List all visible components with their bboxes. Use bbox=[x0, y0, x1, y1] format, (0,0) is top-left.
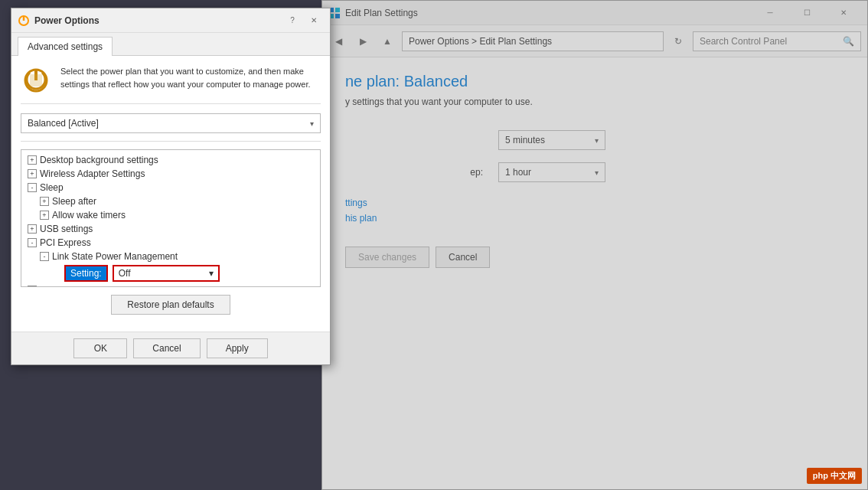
plan-selector-arrow: ▾ bbox=[310, 119, 314, 128]
power-options-icon bbox=[18, 15, 30, 27]
php-badge: php 中文网 bbox=[807, 468, 862, 484]
list-item[interactable]: + Desktop background settings bbox=[24, 153, 317, 167]
dialog-content: Select the power plan that you want to c… bbox=[11, 56, 330, 332]
dialog-title: Power Options bbox=[34, 15, 100, 26]
expand-icon[interactable]: + bbox=[40, 197, 49, 206]
dialog-close-button[interactable]: ✕ bbox=[304, 11, 324, 31]
dialog-titlebar: Power Options ? ✕ bbox=[11, 8, 330, 33]
item-label: USB settings bbox=[40, 224, 93, 234]
expand-icon[interactable]: - bbox=[40, 252, 49, 261]
expand-icon[interactable]: - bbox=[28, 238, 37, 247]
dialog-titlebar-left: Power Options bbox=[18, 15, 100, 27]
plan-selector-dropdown[interactable]: Balanced [Active] ▾ bbox=[21, 113, 321, 133]
item-label: Wireless Adapter Settings bbox=[40, 168, 145, 179]
tree-view[interactable]: + Desktop background settings + Wireless… bbox=[21, 149, 321, 287]
power-options-dialog: Power Options ? ✕ Advanced settings Sele… bbox=[11, 8, 331, 365]
setting-dropdown-arrow: ▾ bbox=[209, 268, 214, 279]
list-item[interactable]: - Link State Power Management bbox=[24, 250, 317, 263]
cancel-button[interactable]: Cancel bbox=[133, 338, 200, 358]
ok-button[interactable]: OK bbox=[73, 338, 127, 358]
item-label: Sleep after bbox=[52, 196, 96, 207]
restore-btn-container: Restore plan defaults bbox=[21, 295, 321, 315]
setting-dropdown-highlighted[interactable]: Off ▾ bbox=[113, 265, 220, 282]
svg-rect-8 bbox=[30, 74, 42, 87]
list-item[interactable]: + Wireless Adapter Settings bbox=[24, 167, 317, 181]
expand-icon[interactable]: + bbox=[28, 286, 37, 287]
expand-icon[interactable]: + bbox=[28, 224, 37, 234]
restore-defaults-button[interactable]: Restore plan defaults bbox=[111, 295, 230, 315]
expand-icon[interactable]: + bbox=[28, 169, 37, 178]
plan-selector: Balanced [Active] ▾ bbox=[21, 113, 321, 142]
list-item[interactable]: + Display bbox=[24, 283, 317, 287]
tab-bar: Advanced settings bbox=[11, 33, 330, 56]
item-label: PCI Express bbox=[40, 237, 91, 248]
list-item[interactable]: - PCI Express bbox=[24, 236, 317, 250]
dialog-footer: OK Cancel Apply bbox=[11, 332, 330, 364]
list-item[interactable]: + Sleep after bbox=[24, 194, 317, 208]
item-label: Link State Power Management bbox=[52, 251, 178, 262]
list-item[interactable]: + USB settings bbox=[24, 222, 317, 236]
setting-label-highlighted: Setting: bbox=[64, 265, 108, 282]
dialog-titlebar-controls: ? ✕ bbox=[282, 11, 324, 31]
dialog-header-text: Select the power plan that you want to c… bbox=[60, 65, 321, 90]
item-label: Display bbox=[40, 285, 70, 287]
dialog-header: Select the power plan that you want to c… bbox=[21, 65, 321, 104]
item-label: Sleep bbox=[40, 182, 64, 193]
item-label: Desktop background settings bbox=[40, 155, 158, 165]
dialog-help-button[interactable]: ? bbox=[282, 11, 302, 31]
list-item[interactable]: + Allow wake timers bbox=[24, 208, 317, 222]
expand-icon[interactable]: + bbox=[40, 211, 49, 220]
setting-value: Off bbox=[119, 268, 131, 279]
expand-icon[interactable]: + bbox=[28, 155, 37, 165]
list-item[interactable]: - Sleep bbox=[24, 181, 317, 194]
plan-selector-value: Balanced [Active] bbox=[28, 118, 99, 129]
tab-advanced-settings[interactable]: Advanced settings bbox=[18, 37, 113, 56]
item-label: Allow wake timers bbox=[52, 210, 126, 220]
expand-icon[interactable]: - bbox=[28, 183, 37, 192]
header-text-content: Select the power plan that you want to c… bbox=[60, 67, 311, 89]
power-icon-large bbox=[21, 65, 51, 96]
setting-row-highlighted: Setting: Off ▾ bbox=[24, 265, 317, 282]
apply-button[interactable]: Apply bbox=[207, 338, 268, 358]
